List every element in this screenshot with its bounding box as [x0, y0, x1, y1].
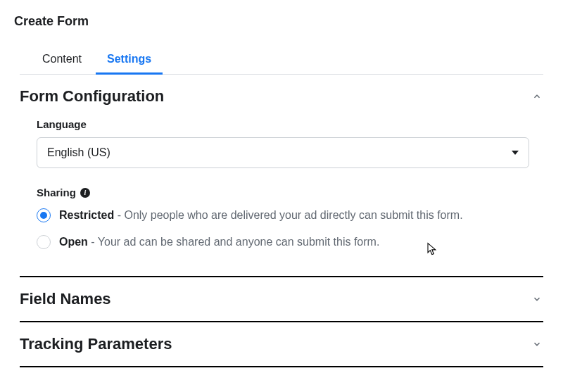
sharing-radio-group: Restricted - Only people who are deliver… [37, 208, 543, 249]
section-title: Tracking Parameters [20, 335, 172, 353]
section-form-configuration: Form Configuration Language English (US)… [20, 75, 543, 262]
tabs: Content Settings [20, 46, 543, 75]
section-body: Language English (US) Sharing i Restrict… [20, 106, 543, 249]
radio-icon [37, 235, 51, 249]
info-icon[interactable]: i [80, 188, 90, 198]
tab-content[interactable]: Content [31, 46, 93, 74]
radio-label: Open [59, 236, 88, 248]
chevron-down-icon [531, 293, 543, 305]
chevron-up-icon [531, 90, 543, 103]
section-header-tracking-parameters[interactable]: Tracking Parameters [20, 335, 543, 353]
sharing-label: Sharing i [37, 186, 543, 198]
cursor-pointer-icon [425, 242, 438, 256]
radio-label: Restricted [59, 209, 114, 221]
radio-desc: - Your ad can be shared and anyone can s… [88, 236, 379, 248]
language-select[interactable]: English (US) [37, 137, 529, 168]
section-header-form-configuration[interactable]: Form Configuration [20, 87, 543, 106]
sharing-label-text: Sharing [37, 186, 76, 198]
section-header-field-names[interactable]: Field Names [20, 290, 543, 308]
radio-desc: - Only people who are delivered your ad … [114, 209, 462, 221]
caret-down-icon [512, 151, 519, 155]
chevron-down-icon [531, 338, 543, 350]
page-title: Create Form [14, 14, 543, 29]
section-title: Field Names [20, 290, 111, 308]
language-select-wrap: English (US) [37, 137, 529, 168]
sharing-option-open[interactable]: Open - Your ad can be shared and anyone … [37, 235, 543, 249]
section-field-names: Field Names [20, 277, 543, 322]
language-label: Language [37, 118, 543, 130]
sharing-option-restricted[interactable]: Restricted - Only people who are deliver… [37, 208, 543, 222]
section-tracking-parameters: Tracking Parameters [20, 322, 543, 367]
section-title: Form Configuration [20, 87, 164, 106]
radio-icon [37, 208, 51, 222]
tab-settings[interactable]: Settings [96, 46, 163, 74]
language-value: English (US) [47, 146, 110, 159]
